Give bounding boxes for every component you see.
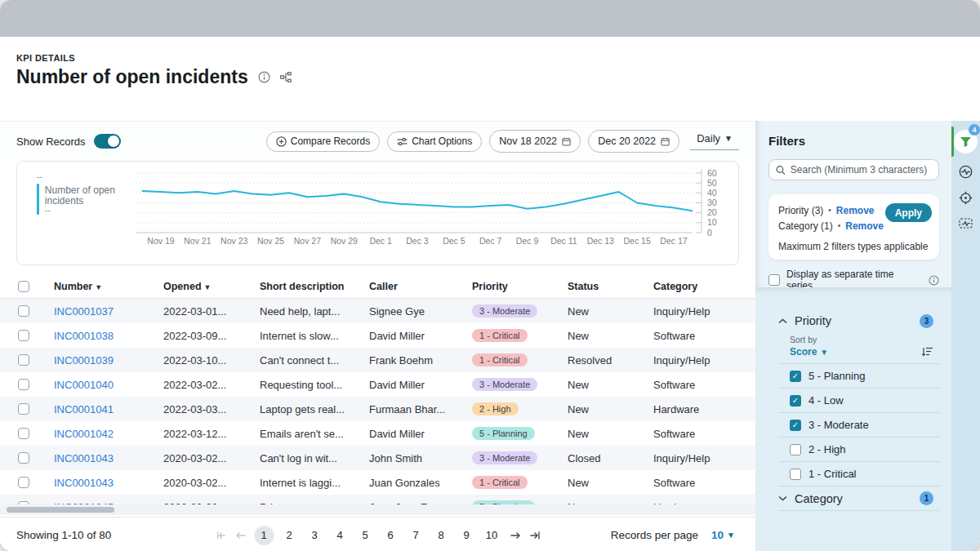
page-title: Number of open incidents [16, 66, 248, 88]
apply-button[interactable]: Apply [885, 203, 932, 222]
column-header[interactable]: Opened▼ [163, 281, 260, 292]
scrollbar-thumb[interactable] [7, 507, 114, 513]
sort-descending-icon[interactable] [922, 347, 933, 357]
filters-panel: Filters Priority (3)•RemoveCategory (1)•… [755, 121, 951, 551]
chart-options-button[interactable]: Chart Options [387, 131, 482, 152]
first-page-icon[interactable] [213, 531, 228, 540]
kpi-signal-icon[interactable] [951, 165, 980, 179]
priority-badge: 3 - Moderate [472, 451, 537, 464]
interval-dropdown[interactable]: Daily ▼ [690, 132, 739, 150]
filter-option-checkbox[interactable] [790, 469, 801, 480]
row-checkbox[interactable] [18, 428, 29, 439]
svg-text:Dec 17: Dec 17 [660, 236, 687, 246]
table-row: INC00010432020-03-02...Internet is laggi… [0, 470, 755, 495]
svg-text:Nov 19: Nov 19 [147, 236, 174, 246]
table-row: INC00010392022-03-10...Can't connect t..… [0, 348, 755, 372]
table-row: INC00010422022-03-12...Emails aren't se.… [0, 421, 755, 446]
svg-text:60: 60 [707, 168, 717, 178]
sort-value-dropdown[interactable]: Score ▼ [790, 346, 828, 358]
dot-separator: • [838, 221, 841, 230]
records-per-page-dropdown[interactable]: 10 ▼ [711, 529, 735, 541]
chart-legend[interactable]: -- Number of open incidents -- [37, 173, 151, 215]
incident-number-link[interactable]: INC0001043 [54, 477, 163, 489]
horizontal-scrollbar[interactable] [0, 504, 755, 515]
filter-search-input[interactable] [791, 164, 932, 176]
column-header[interactable]: Caller [369, 281, 472, 292]
page-button-5[interactable]: 5 [355, 526, 375, 545]
chevron-down-icon: ▼ [724, 134, 733, 143]
next-page-icon[interactable] [507, 531, 522, 540]
incident-number-link[interactable]: INC0001042 [54, 428, 163, 440]
last-page-icon[interactable] [528, 531, 542, 540]
column-header[interactable]: Priority [472, 281, 568, 292]
range-start-date-picker[interactable]: Nov 18 2022 [489, 130, 581, 153]
incident-number-link[interactable]: INC0001037 [54, 305, 163, 318]
breakdown-icon[interactable] [280, 72, 292, 82]
caller-cell: Signee Gye [369, 305, 472, 318]
filter-option-checkbox[interactable] [790, 444, 801, 455]
records-per-page-label: Records per page [611, 529, 698, 541]
row-checkbox[interactable] [18, 477, 29, 488]
applied-filter-label: Priority (3) [778, 205, 823, 216]
page-button-7[interactable]: 7 [406, 526, 425, 545]
incident-number-link[interactable]: INC0001043 [54, 452, 163, 464]
section-name: Priority [795, 314, 912, 327]
remove-filter-link[interactable]: Remove [836, 205, 875, 216]
category-cell: Software [653, 477, 755, 489]
page-button-6[interactable]: 6 [381, 526, 400, 545]
svg-text:Dec 15: Dec 15 [624, 236, 651, 246]
incident-number-link[interactable]: INC0001038 [54, 330, 163, 342]
target-icon[interactable] [951, 191, 980, 205]
svg-text:Nov 25: Nov 25 [257, 236, 284, 246]
page-button-9[interactable]: 9 [457, 526, 476, 545]
column-header[interactable]: Short description [260, 281, 369, 292]
select-all-checkbox[interactable] [18, 281, 29, 292]
sort-caret-icon: ▼ [95, 283, 102, 291]
page-button-4[interactable]: 4 [330, 526, 350, 545]
row-checkbox[interactable] [18, 452, 29, 464]
remove-filter-link[interactable]: Remove [845, 220, 884, 232]
section-name: Category [795, 492, 912, 505]
incident-number-link[interactable]: INC0001040 [54, 379, 163, 391]
page-button-2[interactable]: 2 [279, 526, 299, 545]
breakdown-panel-icon[interactable] [951, 217, 980, 229]
page-button-1[interactable]: 1 [254, 526, 274, 545]
calendar-icon [562, 137, 571, 146]
row-checkbox[interactable] [18, 305, 29, 317]
category-cell: Inquiry/Help [653, 305, 755, 318]
page-button-8[interactable]: 8 [431, 526, 451, 545]
row-checkbox[interactable] [18, 330, 29, 341]
filter-option-checkbox[interactable]: ✓ [790, 420, 801, 431]
filter-option-label: 4 - Low [808, 394, 844, 407]
filter-option-checkbox[interactable]: ✓ [790, 395, 801, 407]
show-records-toggle[interactable] [94, 134, 121, 149]
legend-series-swatch [37, 184, 39, 215]
kpi-details-window: KPI DETAILS Number of open incidents Dec… [0, 0, 980, 551]
column-header[interactable]: Category [653, 281, 755, 292]
row-checkbox[interactable] [18, 354, 29, 366]
priority-badge: 1 - Critical [472, 353, 528, 367]
category-section-header[interactable]: Category 1 [778, 487, 940, 511]
row-checkbox[interactable] [18, 403, 29, 415]
range-end-date-picker[interactable]: Dec 20 2022 [588, 130, 679, 153]
separate-series-checkbox[interactable] [768, 274, 780, 286]
filter-option-row: ✓5 - Planning [778, 364, 940, 389]
column-header[interactable]: Number▼ [54, 281, 163, 292]
row-checkbox[interactable] [18, 379, 29, 390]
priority-section-header[interactable]: Priority 3 [755, 309, 951, 333]
info-icon[interactable] [929, 275, 939, 286]
max-filters-note: Maximum 2 filters types applicable [778, 241, 928, 252]
filter-option-checkbox[interactable]: ✓ [790, 371, 801, 382]
info-icon[interactable] [258, 71, 270, 83]
compare-records-button[interactable]: Compare Records [266, 131, 380, 152]
kpi-details-kicker: KPI DETAILS [16, 53, 75, 63]
incident-number-link[interactable]: INC0001039 [54, 354, 163, 367]
prev-page-icon[interactable] [234, 531, 248, 540]
page-button-10[interactable]: 10 [482, 526, 501, 545]
filter-search[interactable] [768, 159, 939, 180]
caller-cell: Juan Gonzales [369, 477, 472, 489]
incident-number-link[interactable]: INC0001041 [54, 403, 163, 415]
column-header[interactable]: Status [568, 281, 653, 292]
page-button-3[interactable]: 3 [305, 526, 324, 545]
chevron-down-icon [778, 495, 787, 501]
